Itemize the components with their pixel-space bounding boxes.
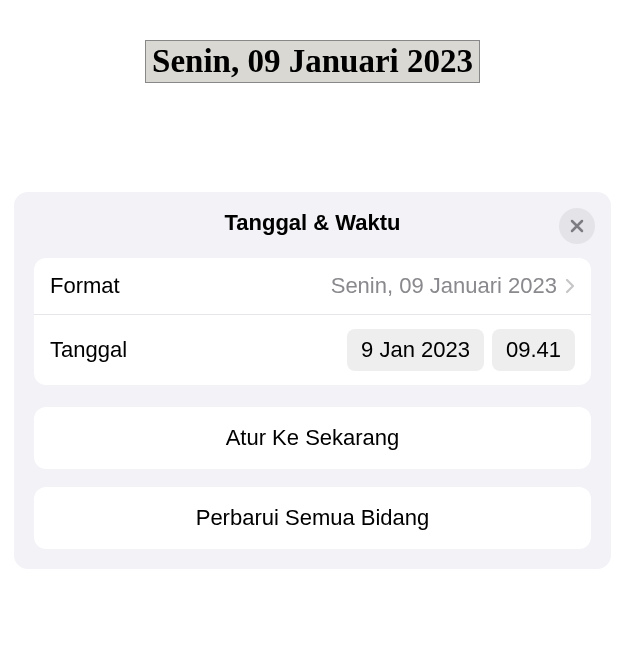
- date-time-popup: Tanggal & Waktu Format Senin, 09 Januari…: [14, 192, 611, 569]
- date-row: Tanggal 9 Jan 2023 09.41: [34, 314, 591, 385]
- popup-title: Tanggal & Waktu: [225, 210, 401, 236]
- settings-group: Format Senin, 09 Januari 2023 Tanggal 9 …: [34, 258, 591, 385]
- format-value: Senin, 09 Januari 2023: [331, 273, 557, 299]
- close-button[interactable]: [559, 208, 595, 244]
- set-to-now-button[interactable]: Atur Ke Sekarang: [34, 407, 591, 469]
- time-picker-button[interactable]: 09.41: [492, 329, 575, 371]
- update-all-fields-button[interactable]: Perbarui Semua Bidang: [34, 487, 591, 549]
- chevron-right-icon: [565, 278, 575, 294]
- format-row[interactable]: Format Senin, 09 Januari 2023: [34, 258, 591, 314]
- inserted-date-field[interactable]: Senin, 09 Januari 2023: [145, 40, 480, 83]
- document-canvas: Senin, 09 Januari 2023: [0, 0, 625, 83]
- date-picker-button[interactable]: 9 Jan 2023: [347, 329, 484, 371]
- date-label: Tanggal: [50, 337, 127, 363]
- popup-header: Tanggal & Waktu: [34, 210, 591, 236]
- close-icon: [569, 218, 585, 234]
- format-label: Format: [50, 273, 120, 299]
